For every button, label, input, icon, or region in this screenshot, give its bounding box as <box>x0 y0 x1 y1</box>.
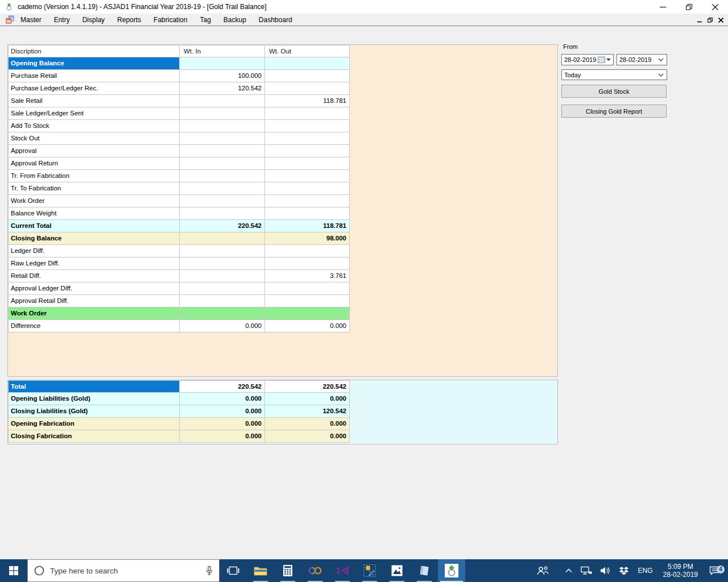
range-preset-combo[interactable]: Today <box>561 69 667 80</box>
taskbar-visual-studio-installer[interactable] <box>301 559 329 582</box>
table-row[interactable]: Purchase Ledger/Ledger Rec.120.542 <box>8 82 350 95</box>
date-to-picker[interactable]: 28-02-2019 <box>617 54 667 65</box>
gold-stock-button[interactable]: Gold Stock <box>561 85 667 98</box>
row-label: Closing Balance <box>8 232 180 245</box>
row-label: Ledger Diff. <box>8 245 180 257</box>
menu-display[interactable]: Display <box>76 16 111 24</box>
column-header-wt-in[interactable]: Wt. In <box>180 45 265 57</box>
wt-in-cell <box>180 95 265 107</box>
language-indicator[interactable]: ENG <box>633 567 658 575</box>
table-row[interactable]: Sale Ledger/Ledger Sent <box>8 107 350 120</box>
taskbar-search[interactable] <box>27 559 220 582</box>
wt-out-cell: 0.000 <box>265 430 350 443</box>
table-row[interactable]: Work Order <box>8 195 350 207</box>
table-row[interactable]: Closing Liabilities (Gold)0.000120.542 <box>8 405 350 418</box>
table-row[interactable]: Approval Ledger Diff. <box>8 282 350 295</box>
table-row[interactable]: Stock Out <box>8 132 350 145</box>
table-row[interactable]: Retail Diff.3.761 <box>8 270 350 282</box>
action-center-button[interactable]: 4 <box>703 566 728 576</box>
data-tools-icon <box>363 564 376 577</box>
row-label: Closing Fabrication <box>8 430 180 443</box>
close-button[interactable] <box>702 0 728 14</box>
start-button[interactable] <box>0 559 27 582</box>
menu-tag[interactable]: Tag <box>193 16 217 24</box>
date-from-picker[interactable]: 28-02-2019 <box>561 54 614 65</box>
restore-button[interactable] <box>676 0 702 14</box>
column-header-description[interactable]: Discription <box>8 45 180 57</box>
from-label: From <box>563 43 578 50</box>
wt-out-cell <box>265 57 350 70</box>
table-row[interactable]: Total220.542220.542 <box>8 380 350 393</box>
row-label: Raw Ledger Diff. <box>8 257 180 270</box>
taskbar-file-explorer[interactable] <box>247 559 274 582</box>
row-label: Approval <box>8 145 180 157</box>
closing-gold-report-button[interactable]: Closing Gold Report <box>561 105 667 118</box>
dropbox-icon[interactable] <box>615 566 633 576</box>
network-icon[interactable] <box>577 566 596 575</box>
wt-in-cell: 100.000 <box>180 70 265 82</box>
clock-date: 28-02-2019 <box>663 571 698 579</box>
table-row[interactable]: Closing Fabrication0.0000.000 <box>8 430 350 443</box>
menu-entry[interactable]: Entry <box>48 16 76 24</box>
wt-in-cell <box>180 307 265 320</box>
taskbar-glass-app[interactable] <box>411 559 438 582</box>
table-row[interactable]: Approval Retail Diff. <box>8 295 350 307</box>
restore-icon <box>686 4 692 10</box>
calendar-icon <box>598 56 605 63</box>
menu-dashboard[interactable]: Dashboard <box>253 16 299 24</box>
file-explorer-icon <box>254 566 267 576</box>
taskbar-clock[interactable]: 5:09 PM 28-02-2019 <box>658 563 703 579</box>
table-row[interactable]: Opening Balance <box>8 57 350 70</box>
mdi-restore-button[interactable] <box>708 15 713 25</box>
visual-studio-installer-icon <box>308 566 322 575</box>
people-icon[interactable] <box>532 566 553 575</box>
menu-fabrication[interactable]: Fabrication <box>147 16 193 24</box>
menu-master[interactable]: Master <box>14 16 48 24</box>
table-row[interactable]: Tr. To Fabrication <box>8 182 350 195</box>
report-grid: Discription Wt. In Wt. Out Opening Balan… <box>8 45 350 332</box>
microphone-icon[interactable] <box>205 566 213 576</box>
row-label: Purchase Retail <box>8 70 180 82</box>
menu-reports[interactable]: Reports <box>111 16 147 24</box>
search-input[interactable] <box>50 567 205 575</box>
table-row[interactable]: Opening Liabilities (Gold)0.0000.000 <box>8 393 350 405</box>
table-row[interactable]: Work Order <box>8 307 350 320</box>
minimize-button[interactable] <box>650 0 676 14</box>
wt-in-cell: 0.000 <box>180 430 265 443</box>
mdi-close-button[interactable] <box>718 15 723 25</box>
table-row[interactable]: Difference0.0000.000 <box>8 320 350 332</box>
table-row[interactable]: Current Total220.542118.781 <box>8 220 350 232</box>
volume-icon[interactable] <box>596 566 615 575</box>
wt-out-cell: 3.761 <box>265 270 350 282</box>
wt-out-cell: 220.542 <box>265 380 350 393</box>
summary-grid: Total220.542220.542Opening Liabilities (… <box>8 380 350 443</box>
taskbar-visual-studio[interactable] <box>329 559 356 582</box>
row-label: Stock Out <box>8 132 180 145</box>
wt-out-cell: 98.000 <box>265 232 350 245</box>
row-label: Add To Stock <box>8 120 180 132</box>
menu-backup[interactable]: Backup <box>217 16 253 24</box>
taskbar-data-tools[interactable] <box>356 559 383 582</box>
table-row[interactable]: Add To Stock <box>8 120 350 132</box>
table-row[interactable]: Tr. From Fabrication <box>8 170 350 182</box>
table-row[interactable]: Closing Balance98.000 <box>8 232 350 245</box>
table-row[interactable]: Approval Return <box>8 157 350 170</box>
table-row[interactable]: Raw Ledger Diff. <box>8 257 350 270</box>
wt-out-cell <box>265 307 350 320</box>
wt-in-cell <box>180 120 265 132</box>
taskbar-cademo[interactable] <box>438 559 465 582</box>
table-row[interactable]: Approval <box>8 145 350 157</box>
table-row[interactable]: Ledger Diff. <box>8 245 350 257</box>
table-row[interactable]: Purchase Retail100.000 <box>8 70 350 82</box>
mdi-minimize-button[interactable] <box>697 15 702 25</box>
taskbar-photos[interactable] <box>383 559 411 582</box>
wt-out-cell <box>265 295 350 307</box>
table-row[interactable]: Opening Fabrication0.0000.000 <box>8 418 350 430</box>
table-row[interactable]: Sale Retail118.781 <box>8 95 350 107</box>
task-view-button[interactable] <box>220 559 247 582</box>
row-label: Closing Liabilities (Gold) <box>8 405 180 418</box>
chevron-up-icon[interactable] <box>561 568 577 573</box>
table-row[interactable]: Balance Weight <box>8 207 350 220</box>
taskbar-calculator[interactable] <box>274 559 301 582</box>
column-header-wt-out[interactable]: Wt. Out <box>265 45 350 57</box>
